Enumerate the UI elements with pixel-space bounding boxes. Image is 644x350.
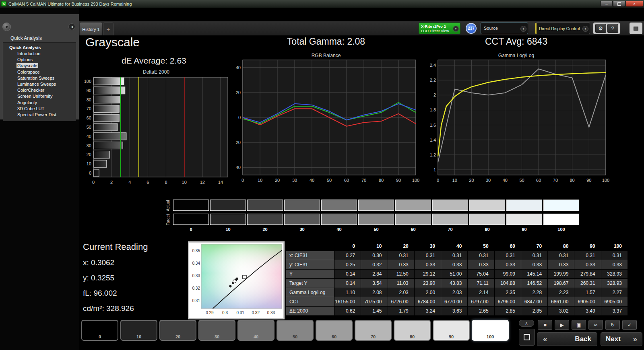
- table-cell: 2.35: [494, 288, 521, 297]
- table-cell: 0.14: [334, 270, 361, 279]
- table-cell: 2.14: [468, 288, 494, 297]
- sidebar-item-screen-uniformity[interactable]: Screen Uniformity: [3, 93, 76, 99]
- table-cell: 199.99: [548, 270, 574, 279]
- sidebar-root-item[interactable]: Quick Analysis: [3, 45, 76, 51]
- page-title: Grayscale: [85, 35, 140, 49]
- accept-button[interactable]: ✓: [622, 320, 637, 330]
- level-button-10[interactable]: 10: [120, 320, 157, 341]
- level-button-90[interactable]: 90: [433, 320, 470, 341]
- sidebar-item-options[interactable]: Options: [3, 57, 76, 63]
- table-column-header-50: 50: [468, 242, 494, 251]
- level-button-100[interactable]: 100: [472, 320, 509, 341]
- svg-text:0.31: 0.31: [236, 311, 244, 315]
- level-button-70[interactable]: 70: [355, 320, 392, 341]
- meter-dropdown[interactable]: X-Rite i1Pro 2 LCD Direct View ▼: [419, 23, 460, 34]
- svg-text:0: 0: [242, 178, 244, 183]
- table-cell: 328.93: [601, 270, 627, 279]
- table-cell: 3.24: [414, 307, 441, 316]
- svg-text:60: 60: [536, 178, 541, 183]
- maximize-button[interactable]: [613, 1, 625, 7]
- swatch-target-70: [432, 214, 468, 225]
- swatch-grid: 0102030405060708090100: [173, 200, 580, 232]
- svg-text:1.8: 1.8: [430, 107, 436, 112]
- swatch-column-80: 80: [469, 200, 506, 232]
- sidebar-item-saturation-sweeps[interactable]: Saturation Sweeps: [3, 75, 76, 81]
- sidebar-item-colorchecker[interactable]: ColorChecker: [3, 87, 76, 93]
- table-cell: 12.50: [388, 270, 414, 279]
- table-column-header-10: 10: [361, 242, 388, 251]
- level-button-40[interactable]: 40: [237, 320, 275, 341]
- reading-x: x: 0.3062: [83, 258, 184, 267]
- settings-button[interactable]: ⚙: [595, 24, 606, 33]
- table-row-gamma-log-log: Gamma Log/Log1.102.082.032.002.032.142.3…: [286, 288, 628, 297]
- sidebar: ◀ Quick Analysis Quick AnalysisIntroduct…: [0, 8, 79, 350]
- collapse-sidebar-button[interactable]: ◀: [68, 23, 75, 30]
- level-button-label: 10: [121, 334, 157, 339]
- loop-button[interactable]: ↻: [605, 320, 620, 330]
- level-button-30[interactable]: 30: [198, 320, 235, 341]
- svg-text:0.32: 0.32: [192, 286, 200, 290]
- swatch-actual-50: [358, 200, 394, 211]
- swatch-target-90: [506, 214, 542, 225]
- sidebar-item-grayscale[interactable]: Grayscale: [3, 63, 76, 69]
- sidebar-item-spectral-power-dist[interactable]: Spectral Power Dist.: [3, 112, 76, 118]
- level-button-20[interactable]: 20: [159, 320, 196, 341]
- top-toolbar: History 1 + X-Rite i1Pro 2 LCD Direct Vi…: [79, 21, 644, 35]
- back-button[interactable]: « Back: [537, 332, 597, 346]
- level-button-80[interactable]: 80: [394, 320, 431, 341]
- gear-icon: ⚙: [598, 25, 603, 31]
- swatch-label-20: 20: [247, 227, 283, 232]
- swatch-label-40: 40: [321, 227, 357, 232]
- level-button-60[interactable]: 60: [316, 320, 353, 341]
- level-button-50[interactable]: 50: [277, 320, 314, 341]
- table-row-cct: CCT16155.007075.006726.006784.006770.006…: [286, 297, 628, 307]
- pattern-window-button[interactable]: [519, 329, 535, 346]
- display-control-dropdown[interactable]: Direct Display Control ▼: [535, 23, 590, 34]
- close-button[interactable]: ×: [625, 1, 643, 7]
- continuous-button[interactable]: ∞: [588, 320, 603, 330]
- window-title: CalMAN 5 CalMAN Ultimate for Business 29…: [8, 2, 132, 6]
- help-button[interactable]: ?: [607, 24, 618, 33]
- level-button-0[interactable]: 0: [81, 320, 118, 341]
- accept-icon: ✓: [627, 322, 632, 328]
- swatch-target-50: [358, 214, 394, 225]
- play-button[interactable]: ▶: [555, 320, 569, 330]
- table-column-header-30: 30: [414, 242, 441, 251]
- stop-button[interactable]: ■: [538, 320, 552, 330]
- svg-text:1.4: 1.4: [430, 138, 436, 142]
- sidebar-item-luminance-sweeps[interactable]: Luminance Sweeps: [3, 81, 76, 87]
- expand-panel-button[interactable]: ∧: [519, 320, 534, 327]
- sidebar-item-colorspace[interactable]: Colorspace: [3, 69, 76, 75]
- tab-history-1[interactable]: History 1: [80, 23, 102, 35]
- help-icon: ?: [611, 25, 614, 31]
- chevron-up-icon: ∧: [525, 321, 528, 325]
- panel-toggle-button[interactable]: [630, 23, 642, 34]
- capture-button[interactable]: ▣: [572, 320, 586, 330]
- svg-text:80: 80: [87, 97, 91, 102]
- svg-text:10: 10: [87, 161, 91, 166]
- table-cell: 71.11: [468, 279, 494, 288]
- svg-text:0.29: 0.29: [206, 311, 214, 315]
- table-column-header-90: 90: [574, 242, 601, 251]
- sidebar-item-introduction[interactable]: Introduction: [3, 51, 76, 57]
- table-cell: 0.33: [494, 260, 521, 270]
- svg-text:60: 60: [344, 178, 349, 183]
- results-table: 0102030405060708090100x: CIE310.270.300.…: [286, 241, 628, 316]
- minimize-button[interactable]: –: [601, 1, 613, 7]
- next-button[interactable]: Next »: [601, 332, 642, 346]
- back-label: Back: [575, 335, 591, 343]
- swatch-actual-40: [321, 200, 357, 211]
- sidebar-item-angularity[interactable]: Angularity: [3, 100, 76, 106]
- table-cell: 0.30: [361, 251, 388, 260]
- swatch-label-100: 100: [543, 227, 579, 232]
- swatch-label-30: 30: [284, 227, 320, 232]
- add-tab-button[interactable]: +: [103, 23, 114, 35]
- sidebar-knob-button[interactable]: [2, 23, 11, 31]
- svg-text:-40: -40: [234, 165, 241, 170]
- table-cell: 2.03: [441, 288, 468, 297]
- swatch-target-10: [210, 214, 246, 225]
- level-button-label: 90: [433, 334, 469, 339]
- swatch-actual-90: [506, 200, 542, 211]
- sidebar-item-3d-cube-lut[interactable]: 3D Cube LUT: [3, 106, 76, 112]
- source-dropdown[interactable]: Source ▼: [481, 23, 528, 34]
